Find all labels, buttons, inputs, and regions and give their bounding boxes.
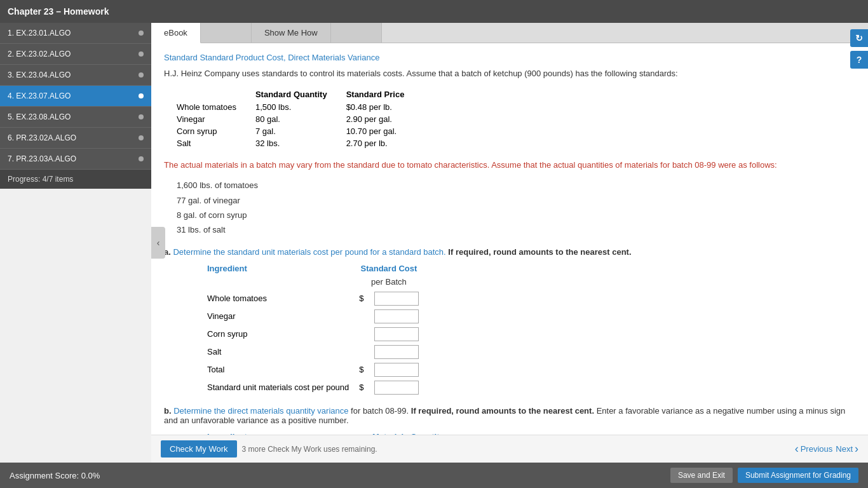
score-value: 0.0% xyxy=(81,471,100,480)
col-ingredient-header xyxy=(177,88,255,101)
dollar-sign: $ xyxy=(354,361,369,379)
sidebar-dot xyxy=(139,30,144,36)
ingredient-quantity: 80 gal. xyxy=(255,113,346,125)
col-price-header: Standard Price xyxy=(346,88,424,101)
ingredient-label: Standard unit materials cost per pound xyxy=(202,379,354,396)
tabs-bar: eBook Show Me How xyxy=(151,23,868,43)
sidebar-item-label: 6. PR.23.02A.ALGO xyxy=(8,133,76,142)
table-row: Salt 32 lbs. 2.70 per lb. xyxy=(177,137,423,149)
part-a-per-batch-header: per Batch xyxy=(354,275,423,290)
ingredient-quantity: 7 gal. xyxy=(255,125,346,137)
sidebar-item-pr2302a[interactable]: 6. PR.23.02A.ALGO xyxy=(0,128,151,149)
sidebar-dot xyxy=(139,114,144,119)
total-input[interactable] xyxy=(374,363,419,377)
collapse-sidebar-button[interactable]: ‹ xyxy=(151,227,165,259)
tab-show-me-how[interactable]: Show Me How xyxy=(252,23,331,43)
sidebar-footer: Progress: 4/7 items xyxy=(0,170,151,189)
actual-item: 31 lbs. of salt xyxy=(177,222,855,237)
part-b-table: Ingredient Materials Quantity Variance F… xyxy=(202,430,548,435)
check-remaining-text: 3 more Check My Work uses remaining. xyxy=(242,445,377,454)
sidebar-item-label: 1. EX.23.01.ALGO xyxy=(8,29,71,37)
next-button[interactable]: Next › xyxy=(836,442,858,456)
part-a-label: a. Determine the standard unit materials… xyxy=(164,247,855,257)
sidebar-item-label: 7. PR.23.03A.ALGO xyxy=(8,154,76,163)
ingredient-label: Whole tomatoes xyxy=(202,290,354,308)
check-my-work-button[interactable]: Check My Work xyxy=(161,440,237,458)
ingredient-label: Total xyxy=(202,361,354,379)
help-button-1[interactable]: ↻ xyxy=(850,29,868,47)
col-quantity-header: Standard Quantity xyxy=(255,88,346,101)
ingredient-name: Corn syrup xyxy=(177,125,255,137)
ingredient-quantity: 1,500 lbs. xyxy=(255,101,346,113)
salt-input[interactable] xyxy=(374,345,419,359)
assignment-score: Assignment Score: 0.0% xyxy=(10,471,100,480)
whole-tomatoes-input[interactable] xyxy=(374,292,419,306)
sidebar-item-ex2304[interactable]: 3. EX.23.04.ALGO xyxy=(0,65,151,86)
problem-title-text: Standard Product Cost, Direct Materials … xyxy=(200,53,379,62)
previous-button[interactable]: ‹ Previous xyxy=(795,442,833,456)
part-a-table: Ingredient Standard Cost per Batch Whole… xyxy=(202,262,424,396)
main-container: Chapter 23 – Homework 1. EX.23.01.ALGO 2… xyxy=(0,0,868,488)
sidebar-item-ex2302[interactable]: 2. EX.23.02.ALGO xyxy=(0,44,151,65)
actual-list: 1,600 lbs. of tomatoes 77 gal. of vinega… xyxy=(177,178,855,238)
top-bar: Chapter 23 – Homework xyxy=(0,0,868,23)
std-unit-cost-input[interactable] xyxy=(374,381,419,395)
ingredient-quantity: 32 lbs. xyxy=(255,137,346,149)
part-a-cost-header: Standard Cost xyxy=(354,262,423,275)
bottom-nav: Check My Work 3 more Check My Work uses … xyxy=(151,435,868,463)
sidebar-item-pr2303a[interactable]: 7. PR.23.03A.ALGO xyxy=(0,149,151,170)
part-b-ingredient-header: Ingredient xyxy=(202,430,367,435)
problem-intro: H.J. Heinz Company uses standards to con… xyxy=(164,67,855,80)
ingredient-price: 10.70 per gal. xyxy=(346,125,424,137)
dollar-sign: $ xyxy=(354,379,369,396)
previous-arrow-icon: ‹ xyxy=(795,442,799,456)
progress-text: Progress: 4/7 items xyxy=(8,175,73,184)
sidebar-dot xyxy=(139,156,144,161)
actual-item: 1,600 lbs. of tomatoes xyxy=(177,178,855,193)
next-arrow-icon: › xyxy=(855,442,858,456)
content-area: 1. EX.23.01.ALGO 2. EX.23.02.ALGO 3. EX.… xyxy=(0,23,868,463)
problem-title: Standard Standard Product Cost, Direct M… xyxy=(164,53,855,62)
tab-2[interactable] xyxy=(201,23,252,43)
tab-ebook[interactable]: eBook xyxy=(151,23,201,43)
vinegar-input[interactable] xyxy=(374,309,419,323)
table-row: Total $ xyxy=(202,361,424,379)
sidebar-dot xyxy=(139,51,144,57)
sidebar-dot xyxy=(139,72,144,78)
sidebar-wrapper: 1. EX.23.01.ALGO 2. EX.23.02.ALGO 3. EX.… xyxy=(0,23,151,463)
sidebar: 1. EX.23.01.ALGO 2. EX.23.02.ALGO 3. EX.… xyxy=(0,23,151,189)
standards-table: Standard Quantity Standard Price Whole t… xyxy=(177,88,423,149)
actual-item: 77 gal. of vinegar xyxy=(177,193,855,208)
nav-buttons: ‹ Previous Next › xyxy=(795,442,858,456)
sidebar-item-ex2308[interactable]: 5. EX.23.08.ALGO xyxy=(0,107,151,128)
table-row: Standard unit materials cost per pound $ xyxy=(202,379,424,396)
actual-item: 8 gal. of corn syrup xyxy=(177,208,855,222)
save-exit-button[interactable]: Save and Exit xyxy=(670,468,733,483)
help-button-2[interactable]: ? xyxy=(850,51,868,69)
ingredient-label: Salt xyxy=(202,343,354,361)
ingredient-price: $0.48 per lb. xyxy=(346,101,424,113)
sidebar-item-ex2307[interactable]: 4. EX.23.07.ALGO xyxy=(0,86,151,107)
refresh-icon: ↻ xyxy=(855,33,863,43)
ingredient-name: Vinegar xyxy=(177,113,255,125)
ingredient-price: 2.70 per lb. xyxy=(346,137,424,149)
ingredient-price: 2.90 per gal. xyxy=(346,113,424,125)
corn-syrup-input[interactable] xyxy=(374,327,419,341)
ingredient-name: Salt xyxy=(177,137,255,149)
sidebar-item-label: 2. EX.23.02.ALGO xyxy=(8,50,71,58)
sidebar-item-label: 4. EX.23.07.ALGO xyxy=(8,92,71,100)
part-a-ingredient-header: Ingredient xyxy=(202,262,354,275)
table-row: Corn syrup 7 gal. 10.70 per gal. xyxy=(177,125,423,137)
sidebar-item-ex2301[interactable]: 1. EX.23.01.ALGO xyxy=(0,23,151,44)
footer-buttons: Save and Exit Submit Assignment for Grad… xyxy=(670,468,858,483)
problem-area: Standard Standard Product Cost, Direct M… xyxy=(151,43,868,435)
part-b-favorable-header xyxy=(449,430,548,435)
table-row: Whole tomatoes 1,500 lbs. $0.48 per lb. xyxy=(177,101,423,113)
dollar-sign: $ xyxy=(354,290,369,308)
footer: Assignment Score: 0.0% Save and Exit Sub… xyxy=(0,463,868,488)
submit-assignment-button[interactable]: Submit Assignment for Grading xyxy=(738,468,858,483)
part-b-variance-header: Materials Quantity xyxy=(367,430,449,435)
chapter-title: Chapter 23 – Homework xyxy=(8,6,109,17)
tab-4[interactable] xyxy=(331,23,382,43)
sidebar-dot xyxy=(139,93,144,98)
